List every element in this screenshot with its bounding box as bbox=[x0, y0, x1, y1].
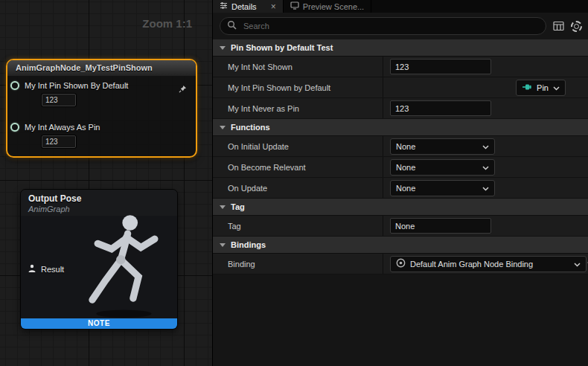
chevron-down-icon bbox=[220, 46, 226, 50]
node-title[interactable]: AnimGraphNode_MyTestPinShown bbox=[7, 60, 196, 76]
property-label: Binding bbox=[213, 254, 383, 274]
property-label: On Initial Update bbox=[213, 136, 383, 156]
pin-value-input[interactable] bbox=[42, 135, 76, 148]
int-value-input[interactable] bbox=[390, 59, 491, 74]
preview-scene-tab-icon bbox=[290, 1, 299, 11]
property-label: My Int Not Shown bbox=[213, 57, 383, 77]
pin-dropdown-button[interactable]: Pin bbox=[516, 80, 566, 96]
search-input[interactable] bbox=[242, 21, 539, 31]
property-row: My Int Pin Shown by Default Pin bbox=[213, 77, 588, 98]
mannequin-figure bbox=[75, 212, 176, 320]
binding-dropdown[interactable]: Default Anim Graph Node Binding bbox=[390, 256, 587, 272]
property-row: On Initial Update None bbox=[213, 136, 588, 157]
anim-graph-editor-window: Zoom 1:1 AnimGraphNode_MyTestPinShown My… bbox=[0, 0, 588, 366]
category-header-functions[interactable]: Functions bbox=[213, 119, 588, 136]
details-empty-area bbox=[213, 274, 588, 366]
search-bar[interactable] bbox=[220, 17, 546, 35]
result-pin-label: Result bbox=[41, 265, 64, 274]
chevron-down-icon bbox=[574, 260, 581, 269]
result-pin-row: Result bbox=[28, 263, 64, 276]
property-label: My Int Never as Pin bbox=[213, 98, 383, 118]
property-label: On Update bbox=[213, 178, 383, 198]
category-header-pin-shown[interactable]: Pin Shown by Default Test bbox=[213, 39, 588, 57]
property-label: Tag bbox=[213, 216, 383, 236]
function-dropdown[interactable]: None bbox=[390, 180, 495, 196]
settings-gear-icon[interactable] bbox=[571, 21, 582, 32]
search-icon bbox=[227, 19, 237, 33]
node-pin-row: My Int Always As Pin bbox=[10, 123, 100, 132]
tab-preview-scene[interactable]: Preview Scene... bbox=[284, 0, 372, 13]
chevron-down-icon bbox=[553, 83, 560, 92]
category-header-bindings[interactable]: Bindings bbox=[213, 237, 588, 254]
property-label: On Become Relevant bbox=[213, 157, 383, 177]
result-pose-pin-icon[interactable] bbox=[28, 263, 36, 276]
function-dropdown[interactable]: None bbox=[390, 138, 495, 155]
details-toolbar bbox=[213, 13, 588, 39]
anim-graph-test-node[interactable]: AnimGraphNode_MyTestPinShown My Int Pin … bbox=[6, 59, 197, 158]
tab-bar: Details × Preview Scene... bbox=[213, 0, 588, 13]
node-title: Output Pose bbox=[28, 193, 170, 204]
property-row: My Int Never as Pin bbox=[213, 98, 588, 119]
pin-visibility-icon[interactable] bbox=[179, 83, 187, 96]
close-icon[interactable]: × bbox=[271, 2, 276, 11]
output-pose-node[interactable]: Output Pose AnimGraph Res bbox=[20, 189, 178, 330]
property-row: My Int Not Shown bbox=[213, 57, 588, 77]
zoom-level-label: Zoom 1:1 bbox=[142, 17, 192, 30]
display-filter-icon[interactable] bbox=[553, 21, 564, 31]
chevron-down-icon bbox=[482, 163, 489, 172]
node-pin-row: My Int Pin Shown By Default bbox=[10, 81, 128, 90]
binding-class-icon bbox=[396, 258, 406, 269]
pin-dropdown-label: Pin bbox=[537, 83, 549, 92]
details-tab-icon bbox=[220, 1, 228, 11]
property-label: My Int Pin Shown by Default bbox=[213, 77, 383, 97]
pin-label: My Int Pin Shown By Default bbox=[25, 81, 128, 90]
int-pin-icon[interactable] bbox=[10, 123, 19, 132]
tab-details[interactable]: Details × bbox=[213, 0, 284, 13]
chevron-down-icon bbox=[220, 126, 226, 129]
property-list: Pin Shown by Default Test My Int Not Sho… bbox=[213, 39, 588, 366]
tag-input[interactable] bbox=[390, 218, 491, 234]
int-pin-icon[interactable] bbox=[10, 81, 19, 90]
property-row: On Become Relevant None bbox=[213, 157, 588, 178]
chevron-down-icon bbox=[220, 243, 226, 247]
chevron-down-icon bbox=[482, 184, 489, 193]
tab-label: Preview Scene... bbox=[303, 2, 365, 11]
tab-label: Details bbox=[231, 2, 257, 11]
category-header-tag[interactable]: Tag bbox=[213, 199, 588, 216]
pin-value-input[interactable] bbox=[42, 94, 76, 106]
property-row: Tag bbox=[213, 216, 588, 237]
note-bar: NOTE bbox=[21, 318, 177, 329]
int-value-input[interactable] bbox=[390, 100, 491, 116]
details-panel: Details × Preview Scene... bbox=[212, 0, 588, 366]
property-row: Binding Default Anim Graph Node Binding bbox=[213, 254, 588, 274]
property-row: On Update None bbox=[213, 178, 588, 199]
chevron-down-icon bbox=[482, 142, 489, 151]
pin-icon bbox=[522, 83, 532, 92]
graph-editor-canvas[interactable]: Zoom 1:1 AnimGraphNode_MyTestPinShown My… bbox=[0, 0, 212, 366]
function-dropdown[interactable]: None bbox=[390, 159, 495, 176]
chevron-down-icon bbox=[220, 205, 226, 209]
pin-label: My Int Always As Pin bbox=[25, 123, 100, 132]
